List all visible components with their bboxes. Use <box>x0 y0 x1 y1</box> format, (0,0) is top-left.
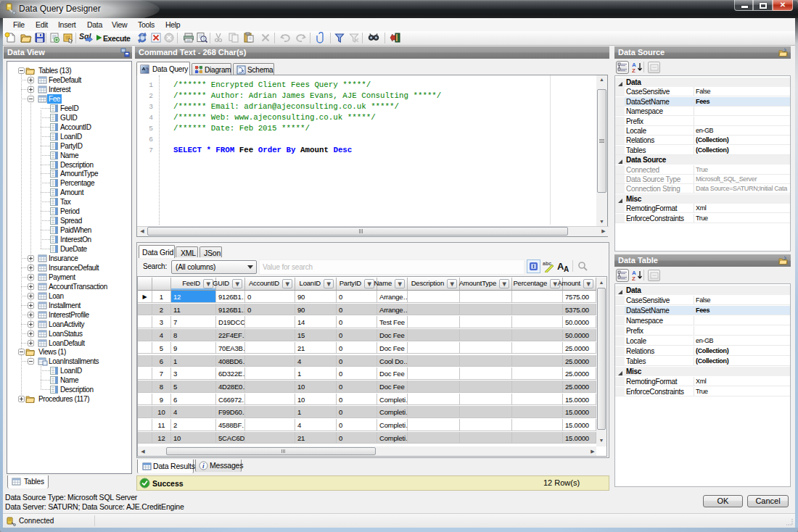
svg-text:Z: Z <box>632 275 635 281</box>
svg-text:Z: Z <box>632 67 635 73</box>
svg-text:abc: abc <box>543 261 551 266</box>
svg-text:A: A <box>564 265 569 273</box>
